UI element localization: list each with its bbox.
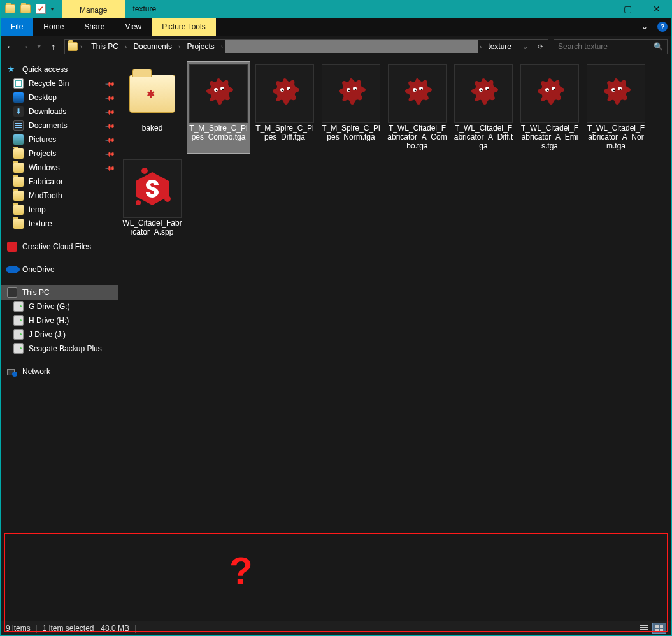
status-bar: 9 items | 1 item selected 48.0 MB | bbox=[1, 621, 671, 635]
sidebar-this-pc[interactable]: This PC bbox=[1, 285, 118, 300]
view-thumbnails-button[interactable] bbox=[652, 623, 666, 634]
sidebar-label: This PC bbox=[22, 288, 50, 297]
sidebar-label: Creative Cloud Files bbox=[22, 242, 91, 251]
drive-icon bbox=[13, 329, 24, 340]
file-thumbnail: ✱ bbox=[123, 64, 182, 123]
contextual-tab-manage[interactable]: Manage bbox=[62, 0, 125, 18]
sidebar-item[interactable]: Fabricator bbox=[1, 175, 118, 189]
folder-icon bbox=[13, 219, 24, 229]
breadcrumb-item[interactable]: This PC bbox=[86, 40, 124, 54]
breadcrumb-redacted[interactable] bbox=[225, 40, 478, 53]
breadcrumb-item[interactable]: texture bbox=[483, 40, 517, 54]
minimize-button[interactable]: — bbox=[583, 0, 613, 18]
sidebar-quick-access[interactable]: ★ Quick access bbox=[1, 62, 118, 76]
file-item[interactable]: T_M_Spire_C_Pipes_Combo.tga bbox=[187, 61, 250, 154]
address-bar[interactable]: › This PC› Documents› Projects› › textur… bbox=[64, 39, 548, 54]
file-item[interactable]: T_M_Spire_C_Pipes_Diff.tga bbox=[253, 61, 317, 154]
sidebar-drive-item[interactable]: H Drive (H:) bbox=[1, 314, 118, 328]
sidebar-label: Network bbox=[22, 367, 50, 376]
qat-folder-icon[interactable] bbox=[3, 2, 17, 16]
irfanview-icon bbox=[533, 77, 566, 110]
sidebar-onedrive[interactable]: OneDrive bbox=[1, 263, 118, 277]
breadcrumb-root-icon[interactable]: › bbox=[65, 40, 86, 54]
substance-painter-icon bbox=[131, 167, 174, 210]
nav-forward-button[interactable]: → bbox=[19, 38, 31, 55]
sidebar-item[interactable]: Desktop📌 bbox=[1, 90, 118, 105]
sidebar-label: Quick access bbox=[22, 65, 68, 74]
file-item[interactable]: T_WL_Citadel_Fabricator_A_Diff.tga bbox=[452, 61, 515, 154]
file-item[interactable]: ✱baked bbox=[120, 61, 184, 154]
sidebar-item[interactable]: ⬇Downloads📌 bbox=[1, 105, 118, 119]
window-title: texture bbox=[125, 0, 583, 18]
sidebar-drive-item[interactable]: J Drive (J:) bbox=[1, 328, 118, 342]
ribbon-tab-picture-tools[interactable]: Picture Tools bbox=[152, 18, 215, 36]
file-item[interactable]: T_WL_Citadel_Fabricator_A_Combo.tga bbox=[385, 61, 449, 154]
pin-icon: 📌 bbox=[105, 120, 115, 131]
file-item[interactable]: T_WL_Citadel_Fabricator_A_Emis.tga bbox=[518, 61, 582, 154]
breadcrumb-item[interactable]: Documents bbox=[128, 40, 177, 54]
ribbon-tab-share[interactable]: Share bbox=[74, 18, 115, 36]
file-item[interactable]: T_M_Spire_C_Pipes_Norm.tga bbox=[319, 61, 383, 154]
sidebar-item-label: J Drive (J:) bbox=[29, 330, 66, 339]
search-icon: 🔍 bbox=[654, 42, 663, 51]
sidebar-item-label: Desktop bbox=[29, 93, 57, 102]
sidebar-drive-item[interactable]: Seagate Backup Plus bbox=[1, 342, 118, 356]
sidebar-item-label: G Drive (G:) bbox=[29, 302, 70, 311]
qat-properties-icon[interactable]: ✔ bbox=[34, 2, 48, 16]
qat-dropdown-icon[interactable]: ▾ bbox=[49, 6, 55, 12]
drive-icon bbox=[13, 343, 24, 354]
creative-cloud-icon bbox=[7, 242, 17, 252]
ribbon-collapse-icon[interactable]: ⌄ bbox=[636, 18, 654, 36]
breadcrumb-item[interactable]: Projects bbox=[182, 40, 219, 54]
sidebar-creative-cloud[interactable]: Creative Cloud Files bbox=[1, 240, 118, 254]
search-input[interactable] bbox=[558, 42, 654, 51]
file-thumbnail bbox=[520, 64, 579, 123]
file-name-label: baked bbox=[142, 124, 163, 133]
sidebar-item[interactable]: temp bbox=[1, 203, 118, 217]
file-thumbnail bbox=[587, 64, 645, 123]
file-name-label: T_WL_Citadel_Fabricator_A_Norm.tga bbox=[586, 124, 646, 150]
sidebar-drive-item[interactable]: G Drive (G:) bbox=[1, 300, 118, 314]
maximize-button[interactable]: ▢ bbox=[613, 0, 642, 18]
navigation-pane[interactable]: ★ Quick access Recycle Bin📌Desktop📌⬇Down… bbox=[1, 57, 118, 540]
nav-back-button[interactable]: ← bbox=[4, 38, 17, 55]
file-name-label: T_M_Spire_C_Pipes_Norm.tga bbox=[321, 124, 381, 142]
ribbon-tab-view[interactable]: View bbox=[115, 18, 152, 36]
sidebar-item-label: H Drive (H:) bbox=[29, 316, 69, 325]
breadcrumb-label: texture bbox=[488, 42, 511, 51]
close-button[interactable]: ✕ bbox=[642, 0, 671, 18]
help-button[interactable]: ? bbox=[654, 18, 671, 36]
explorer-window: ✔ ▾ Manage texture — ▢ ✕ File Home Share… bbox=[0, 0, 672, 636]
sidebar-item[interactable]: Recycle Bin📌 bbox=[1, 76, 118, 90]
file-name-label: T_WL_Citadel_Fabricator_A_Emis.tga bbox=[520, 124, 580, 150]
file-list[interactable]: ✱bakedT_M_Spire_C_Pipes_Combo.tgaT_M_Spi… bbox=[118, 57, 671, 540]
nav-up-button[interactable]: ↑ bbox=[48, 38, 60, 55]
ribbon: File Home Share View Picture Tools ⌄ ? bbox=[1, 18, 671, 36]
qat-folder2-icon[interactable] bbox=[18, 2, 32, 16]
sidebar-item[interactable]: Documents📌 bbox=[1, 119, 118, 133]
ribbon-tab-file[interactable]: File bbox=[1, 18, 33, 36]
sidebar-item[interactable]: Pictures📌 bbox=[1, 133, 118, 147]
sidebar-network[interactable]: Network bbox=[1, 365, 118, 379]
file-item[interactable]: T_WL_Citadel_Fabricator_A_Norm.tga bbox=[584, 61, 648, 154]
nav-recent-dropdown[interactable]: ▼ bbox=[33, 38, 45, 55]
sidebar-item-label: Fabricator bbox=[29, 177, 63, 186]
sidebar-item[interactable]: texture bbox=[1, 217, 118, 231]
pic-icon bbox=[13, 134, 24, 145]
file-item[interactable]: WL_Citadel_Fabricator_A.spp bbox=[120, 156, 184, 240]
view-details-button[interactable] bbox=[637, 623, 651, 634]
address-dropdown-icon[interactable]: ⌄ bbox=[517, 43, 533, 51]
sidebar-item[interactable]: MudTooth bbox=[1, 189, 118, 203]
file-name-label: T_M_Spire_C_Pipes_Combo.tga bbox=[189, 124, 248, 142]
navigation-bar: ← → ▼ ↑ › This PC› Documents› Projects› … bbox=[1, 36, 671, 57]
ribbon-tab-home[interactable]: Home bbox=[33, 18, 74, 36]
pin-icon: 📌 bbox=[105, 92, 115, 103]
sidebar-item-label: Pictures bbox=[29, 135, 56, 144]
refresh-button[interactable]: ⟳ bbox=[533, 43, 548, 51]
network-icon bbox=[7, 366, 17, 377]
sidebar-item-label: Documents bbox=[29, 121, 68, 130]
sidebar-item[interactable]: Windows📌 bbox=[1, 161, 118, 175]
folder-icon bbox=[13, 205, 24, 215]
search-box[interactable]: 🔍 bbox=[554, 39, 668, 54]
sidebar-item[interactable]: Projects📌 bbox=[1, 147, 118, 161]
